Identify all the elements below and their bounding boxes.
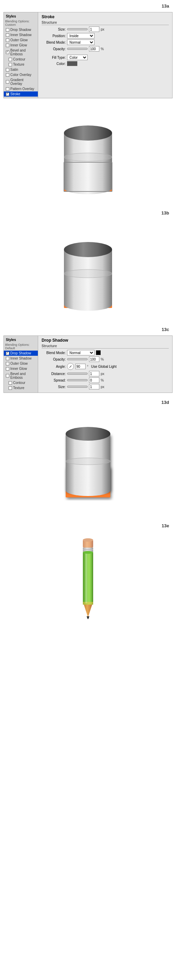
ds-spread-slider[interactable] xyxy=(67,379,88,381)
ds-size-unit: px xyxy=(101,385,105,389)
sidebar-item-blending[interactable]: Blending Options: Custom xyxy=(4,19,38,27)
ds-spread-input[interactable] xyxy=(89,377,99,383)
opacity-label: Opacity: xyxy=(41,47,66,51)
pattern-overlay-checkbox[interactable] xyxy=(6,87,9,91)
cylinder-scene-13a xyxy=(0,100,176,204)
texture-checkbox[interactable] xyxy=(9,63,12,66)
ds-distance-slider[interactable] xyxy=(67,372,88,375)
ds-outer-glow-checkbox[interactable] xyxy=(6,362,9,365)
pencil-scene-13e xyxy=(0,530,176,633)
inner-shadow-checkbox[interactable] xyxy=(6,33,9,37)
ds-opacity-input[interactable] xyxy=(89,356,99,362)
panel-content-drop-shadow: Drop Shadow Structure Blend Mode: Normal… xyxy=(38,336,172,393)
section-13b-label: 13b xyxy=(0,207,176,217)
color-label: Color: xyxy=(41,62,66,66)
ds-blend-mode-label: Blend Mode: xyxy=(41,351,66,355)
ds-spread-row: Spread: % xyxy=(41,377,169,383)
svg-marker-29 xyxy=(87,616,89,619)
ds-blend-mode-select[interactable]: Normal Multiply xyxy=(67,350,95,355)
bevel-emboss-checkbox[interactable] xyxy=(6,51,9,54)
fill-type-row: Fill Type: Color Gradient Pattern xyxy=(41,55,169,60)
sidebar-item-inner-glow[interactable]: Inner Glow xyxy=(4,43,38,48)
ds-spread-unit: % xyxy=(101,379,104,382)
structure-section-header: Structure xyxy=(41,21,169,25)
svg-rect-21 xyxy=(83,547,93,549)
opacity-input[interactable] xyxy=(89,46,99,52)
svg-point-2 xyxy=(64,182,112,194)
inner-glow-checkbox[interactable] xyxy=(6,44,9,47)
size-input[interactable] xyxy=(89,27,99,32)
ds-sidebar-drop-shadow[interactable]: Drop Shadow xyxy=(4,351,38,356)
section-13c-label: 13c xyxy=(0,323,176,333)
ds-texture-checkbox[interactable] xyxy=(9,387,12,390)
sidebar-item-satin[interactable]: Satin xyxy=(4,67,38,72)
ds-opacity-slider[interactable] xyxy=(67,358,88,360)
sidebar-item-texture[interactable]: Texture xyxy=(4,62,38,67)
sidebar-item-outer-glow[interactable]: Outer Glow xyxy=(4,37,38,43)
ds-angle-input[interactable] xyxy=(75,364,86,369)
cylinder-svg-13a xyxy=(50,107,126,197)
ds-angle-circle[interactable] xyxy=(67,363,74,370)
position-label: Position: xyxy=(41,34,66,38)
color-overlay-checkbox[interactable] xyxy=(6,73,9,76)
svg-point-17 xyxy=(66,458,110,465)
ds-sidebar-texture[interactable]: Texture xyxy=(4,385,38,390)
cylinder-scene-13d xyxy=(0,406,176,516)
ds-angle-label: Angle: xyxy=(41,365,66,369)
color-swatch[interactable] xyxy=(67,61,77,66)
sidebar-item-inner-shadow[interactable]: Inner Shadow xyxy=(4,32,38,37)
cylinder-svg-13b xyxy=(50,224,126,313)
svg-point-20 xyxy=(83,538,93,542)
ds-drop-shadow-checkbox[interactable] xyxy=(6,352,9,355)
svg-point-11 xyxy=(64,269,112,278)
ds-opacity-row: Opacity: % xyxy=(41,356,169,362)
ds-global-light-label: Use Global Light xyxy=(91,365,117,369)
ds-sidebar-inner-glow[interactable]: Inner Glow xyxy=(4,366,38,371)
ds-blend-color-swatch[interactable] xyxy=(96,350,101,355)
ds-sidebar-title: Styles xyxy=(4,337,38,342)
satin-checkbox[interactable] xyxy=(6,68,9,72)
fill-type-select[interactable]: Color Gradient Pattern xyxy=(67,55,88,60)
size-unit: px xyxy=(101,27,105,31)
outer-glow-checkbox[interactable] xyxy=(6,38,9,42)
stroke-checkbox[interactable] xyxy=(6,92,9,96)
drop-shadow-panel: Styles Blending Options: Default Drop Sh… xyxy=(3,336,173,393)
sidebar-item-gradient-overlay[interactable]: Gradient Overlay xyxy=(4,77,38,86)
position-row: Position: Inside Outside Center xyxy=(41,33,169,38)
cylinder-scene-13b xyxy=(0,217,176,320)
stroke-title: Stroke xyxy=(41,14,169,19)
opacity-slider[interactable] xyxy=(67,48,88,50)
drop-shadow-checkbox[interactable] xyxy=(6,28,9,32)
ds-sidebar-contour[interactable]: Contour xyxy=(4,380,38,385)
ds-size-slider[interactable] xyxy=(67,386,88,388)
blend-mode-select[interactable]: Normal Multiply xyxy=(67,40,95,45)
sidebar-title: Styles xyxy=(4,14,38,19)
svg-rect-25 xyxy=(83,552,93,603)
ds-distance-input[interactable] xyxy=(89,371,99,376)
sidebar-item-bevel-emboss[interactable]: Bevel and Emboss xyxy=(4,48,38,57)
sidebar-item-color-overlay[interactable]: Color Overlay xyxy=(4,72,38,77)
sidebar-item-drop-shadow[interactable]: Drop Shadow xyxy=(4,27,38,32)
ds-size-input[interactable] xyxy=(89,384,99,390)
contour-checkbox[interactable] xyxy=(9,58,12,61)
ds-inner-glow-checkbox[interactable] xyxy=(6,367,9,371)
sidebar-item-contour[interactable]: Contour xyxy=(4,57,38,62)
sidebar-item-pattern-overlay[interactable]: Pattern Overlay xyxy=(4,86,38,91)
ds-sidebar-outer-glow[interactable]: Outer Glow xyxy=(4,361,38,366)
ds-bevel-checkbox[interactable] xyxy=(6,374,9,377)
position-select[interactable]: Inside Outside Center xyxy=(67,33,95,38)
ds-inner-shadow-checkbox[interactable] xyxy=(6,357,9,360)
opacity-unit: % xyxy=(101,47,104,51)
size-slider[interactable] xyxy=(67,28,88,30)
ds-sidebar-blending[interactable]: Blending Options: Default xyxy=(4,342,38,351)
svg-point-31 xyxy=(83,551,93,554)
ds-sidebar-bevel[interactable]: Bevel and Emboss xyxy=(4,371,38,380)
sidebar-item-stroke[interactable]: Stroke xyxy=(4,91,38,97)
gradient-overlay-checkbox[interactable] xyxy=(6,80,9,84)
ds-blend-mode-row: Blend Mode: Normal Multiply xyxy=(41,350,169,355)
ds-sidebar-inner-shadow[interactable]: Inner Shadow xyxy=(4,356,38,361)
ds-contour-checkbox[interactable] xyxy=(9,381,12,385)
svg-point-5 xyxy=(64,126,112,141)
ds-distance-row: Distance: px xyxy=(41,371,169,376)
ds-angle-row: Angle: ° Use Global Light xyxy=(41,363,169,370)
